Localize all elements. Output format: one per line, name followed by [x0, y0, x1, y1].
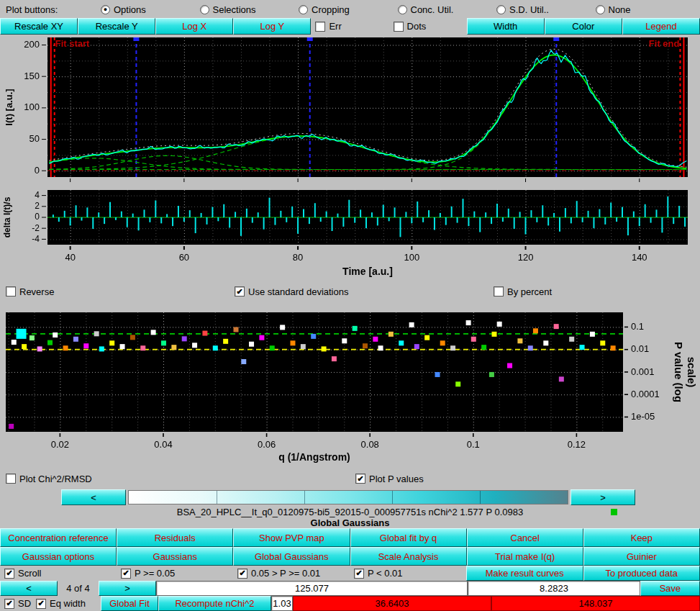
rescale-y-button[interactable]: Rescale Y: [78, 18, 155, 35]
strip-divider: [304, 491, 305, 504]
use-standard-deviations-checkbox-box: ✔: [235, 286, 245, 297]
status-indicator: [611, 509, 617, 515]
dots-checkbox[interactable]: Dots: [389, 18, 467, 35]
err-checkbox[interactable]: Err: [311, 18, 388, 35]
radio-options[interactable]: ● Options: [101, 4, 200, 15]
plot-buttons-bar: Plot buttons: ● Options Selections Cropp…: [0, 0, 700, 18]
reverse-checkbox[interactable]: Reverse: [1, 286, 230, 297]
plot-buttons-label: Plot buttons:: [6, 4, 101, 15]
global-gaussians-button[interactable]: Global Gaussians: [233, 547, 350, 566]
radio-conc-util-label: Conc. Util.: [411, 4, 454, 15]
trial-make-iq-button[interactable]: Trial make I(q): [467, 547, 583, 566]
file-color-strip: [128, 490, 568, 504]
err-checkbox-box: [315, 22, 325, 32]
reverse-checkbox-label: Reverse: [19, 286, 54, 297]
eq-width-checkbox-box: ✔: [36, 599, 46, 609]
action-button-grid: Concentration reference Residuals Show P…: [0, 528, 700, 566]
rescale-xy-button[interactable]: Rescale XY: [0, 18, 78, 35]
legend-button[interactable]: Legend: [622, 18, 700, 35]
cancel-button[interactable]: Cancel: [467, 528, 583, 547]
scroll-checkbox[interactable]: ✔ Scroll: [0, 568, 117, 579]
strip-prev-button[interactable]: <: [61, 489, 126, 505]
radio-cropping-label: Cropping: [312, 4, 350, 15]
radio-sd-util[interactable]: S.D. Util..: [496, 4, 596, 15]
radio-selections-icon: [200, 5, 209, 14]
p-ge-005-checkbox[interactable]: ✔ P >= 0.05: [117, 568, 233, 579]
log-x-button[interactable]: Log X: [155, 18, 233, 35]
plot-chi2-rmsd-checkbox[interactable]: Plot Chi^2/RMSD: [1, 474, 351, 484]
eq-width-checkbox-label: Eq width: [50, 598, 86, 609]
next-gaussian-button[interactable]: >: [99, 581, 156, 596]
p-lt-001-checkbox-label: P < 0.01: [368, 568, 403, 579]
gaussian-nav-row: < 4 of 4 > 125.077 8.2823 Save: [0, 581, 700, 596]
recompute-nchi2-button[interactable]: Recompute nChi^2: [158, 596, 271, 611]
gaussian-counter: 4 of 4: [58, 583, 99, 594]
p-mid-checkbox-label: 0.05 > P >= 0.01: [251, 568, 320, 579]
p-ge-005-checkbox-box: ✔: [121, 569, 131, 579]
width-button[interactable]: Width: [467, 18, 545, 35]
file-navigation-strip: < >: [0, 488, 700, 507]
sd-checkbox-label: SD: [18, 598, 31, 609]
p-ge-005-checkbox-label: P >= 0.05: [135, 568, 175, 579]
global-fit-by-q-button[interactable]: Global fit by q: [350, 528, 467, 547]
radio-conc-util-icon: [398, 5, 407, 14]
fit-status-row: ✔ SD ✔ Eq width Global Fit Recompute nCh…: [0, 596, 700, 611]
scroll-checkbox-label: Scroll: [18, 568, 42, 579]
sd-checkbox[interactable]: ✔ SD: [0, 598, 36, 609]
current-file-status: BSA_20_HPLC__It_q0_0120975-bi5_92015-0_0…: [177, 507, 523, 517]
residuals-button[interactable]: Residuals: [117, 528, 233, 547]
to-produced-data-button[interactable]: To produced data: [583, 566, 700, 581]
scroll-checkbox-box: ✔: [4, 569, 14, 579]
p-lt-001-checkbox[interactable]: ✔ P < 0.01: [350, 568, 466, 579]
radio-cropping[interactable]: Cropping: [299, 4, 398, 15]
radio-cropping-icon: [299, 5, 308, 14]
nchi2-field: 1.03: [271, 596, 293, 611]
scale-analysis-button[interactable]: Scale Analysis: [350, 547, 467, 566]
radio-sd-util-icon: [496, 5, 506, 14]
prev-gaussian-button[interactable]: <: [0, 581, 58, 596]
color-button[interactable]: Color: [545, 18, 622, 35]
p-mid-checkbox[interactable]: ✔ 0.05 > P >= 0.01: [233, 568, 350, 579]
plot-p-values-checkbox-box: ✔: [355, 474, 365, 484]
gaussian-center-field[interactable]: 125.077: [156, 581, 468, 596]
status-row: BSA_20_HPLC__It_q0_0120975-bi5_92015-0_0…: [0, 507, 700, 517]
use-standard-deviations-checkbox[interactable]: ✔ Use standard deviations: [230, 286, 489, 297]
gaussians-button[interactable]: Gaussians: [117, 547, 233, 566]
by-percent-checkbox-label: By percent: [507, 286, 552, 297]
by-percent-checkbox-box: [494, 286, 504, 297]
strip-next-button[interactable]: >: [571, 489, 635, 505]
plot-p-values-checkbox[interactable]: ✔ Plot P values: [351, 474, 424, 484]
show-pvp-map-button[interactable]: Show PVP map: [233, 528, 350, 547]
radio-options-icon: ●: [101, 5, 110, 14]
radio-selections[interactable]: Selections: [200, 4, 299, 15]
use-standard-deviations-checkbox-label: Use standard deviations: [248, 286, 348, 297]
dots-checkbox-label: Dots: [407, 21, 427, 32]
plot-options-row: Plot Chi^2/RMSD ✔ Plot P values: [0, 469, 700, 488]
fit-metric-field-1: 36.6403: [293, 596, 491, 611]
concentration-reference-button[interactable]: Concentration reference: [0, 528, 117, 547]
residuals-plot: [0, 187, 700, 281]
gaussian-width-field[interactable]: 8.2823: [468, 581, 640, 596]
fit-metric-field-2: 148.037: [491, 596, 700, 611]
reverse-checkbox-box: [6, 286, 16, 297]
gaussian-options-button[interactable]: Gaussian options: [0, 547, 117, 566]
p-lt-001-checkbox-box: ✔: [354, 569, 364, 579]
radio-conc-util[interactable]: Conc. Util.: [398, 4, 497, 15]
make-result-curves-button[interactable]: Make result curves: [466, 566, 583, 581]
strip-divider: [480, 491, 481, 504]
sd-checkbox-box: ✔: [4, 599, 14, 609]
keep-button[interactable]: Keep: [583, 528, 700, 547]
app-root: Plot buttons: ● Options Selections Cropp…: [0, 0, 700, 611]
intensity-plot[interactable]: [0, 35, 700, 187]
log-y-button[interactable]: Log Y: [233, 18, 311, 35]
radio-none[interactable]: None: [596, 4, 695, 15]
strip-divider: [392, 491, 393, 504]
save-button[interactable]: Save: [640, 581, 700, 596]
plot-chi2-rmsd-checkbox-box: [6, 474, 16, 484]
global-fit-button[interactable]: Global Fit: [101, 596, 158, 611]
err-checkbox-label: Err: [329, 21, 341, 32]
by-percent-checkbox[interactable]: By percent: [489, 286, 552, 297]
guinier-button[interactable]: Guinier: [583, 547, 700, 566]
strip-divider: [217, 491, 217, 504]
eq-width-checkbox[interactable]: ✔ Eq width: [36, 598, 101, 609]
